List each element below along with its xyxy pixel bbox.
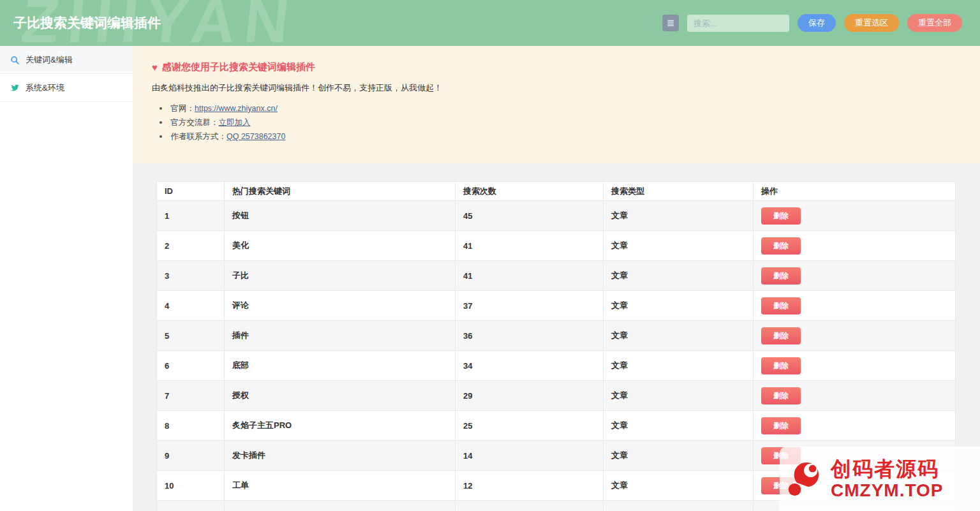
notice-item-label: 作者联系方式： — [170, 132, 226, 141]
cell-type: 文章 — [604, 321, 754, 351]
cell-type: 文章 — [604, 291, 754, 321]
watermark-overlay: 创码者源码 CMZYM.TOP — [780, 447, 980, 511]
delete-button[interactable]: 删除 — [761, 327, 801, 344]
sidebar-item-label: 关键词&编辑 — [26, 54, 73, 66]
cell-type: 文章 — [604, 351, 754, 381]
official-site-link[interactable]: https://www.zhiyanx.cn/ — [195, 104, 278, 113]
cell-keyword: 评论 — [225, 291, 456, 321]
watermark-text: 创码者源码 CMZYM.TOP — [831, 457, 943, 501]
heart-icon: ♥ — [152, 62, 158, 73]
notice-panel: ♥ 感谢您使用子比搜索关键词编辑插件 由炙焰科技推出的子比搜索关键词编辑插件！创… — [133, 46, 980, 163]
cell-count: 12 — [456, 471, 604, 501]
delete-button[interactable]: 删除 — [761, 207, 801, 225]
delete-button[interactable]: 删除 — [761, 357, 801, 374]
cell-actions: 删除 — [754, 291, 956, 321]
cell-count: 34 — [456, 351, 604, 381]
delete-button[interactable]: 删除 — [761, 417, 801, 434]
cell-count: 37 — [456, 291, 604, 321]
table-row: 4评论37文章删除 — [157, 291, 956, 321]
cell-empty — [225, 501, 456, 511]
cell-keyword: 底部 — [225, 351, 456, 381]
cell-id: 1 — [157, 201, 225, 231]
notice-item-label: 官网： — [170, 104, 195, 113]
cell-type: 文章 — [604, 441, 754, 471]
cell-count: 41 — [456, 231, 604, 261]
cell-type: 文章 — [604, 471, 754, 501]
cell-keyword: 炙焰子主五PRO — [225, 411, 456, 441]
cell-keyword: 插件 — [225, 321, 456, 351]
cell-count: 14 — [456, 441, 604, 471]
column-header-type: 搜索类型 — [604, 182, 754, 201]
table-header: ID 热门搜索关键词 搜索次数 搜索类型 操作 — [157, 182, 956, 201]
cell-type: 文章 — [604, 231, 754, 261]
cell-actions: 删除 — [754, 261, 956, 291]
watermark-logo-icon — [786, 461, 823, 498]
table-row: 3子比41文章删除 — [157, 261, 956, 291]
sidebar-item-system-env[interactable]: 系统&环境 — [0, 74, 133, 102]
list-item-official-site: 官网：https://www.zhiyanx.cn/ — [152, 101, 961, 115]
cell-id: 8 — [157, 411, 225, 441]
table-row: 6底部34文章删除 — [157, 351, 956, 381]
notice-description: 由炙焰科技推出的子比搜索关键词编辑插件！创作不易，支持正版，从我做起！ — [152, 82, 961, 94]
delete-button[interactable]: 删除 — [761, 267, 801, 285]
cell-empty — [456, 501, 604, 511]
cell-count: 41 — [456, 261, 604, 291]
cell-keyword: 子比 — [225, 261, 456, 291]
sidebar-item-keywords-edit[interactable]: 关键词&编辑 — [0, 46, 133, 74]
cell-keyword: 授权 — [225, 381, 456, 411]
app-header: ZHIYAN 子比搜索关键词编辑插件 ≣ 保存 重置选区 重置全部 — [0, 0, 980, 46]
cell-count: 29 — [456, 381, 604, 411]
search-input[interactable] — [687, 15, 789, 32]
table-row: 1按钮45文章删除 — [157, 201, 956, 231]
main-content: ♥ 感谢您使用子比搜索关键词编辑插件 由炙焰科技推出的子比搜索关键词编辑插件！创… — [133, 46, 980, 511]
notice-title: 感谢您使用子比搜索关键词编辑插件 — [162, 61, 315, 73]
cell-type: 文章 — [604, 261, 754, 291]
page-title: 子比搜索关键词编辑插件 — [13, 14, 161, 32]
join-group-link[interactable]: 立即加入 — [218, 118, 250, 127]
cell-id: 3 — [157, 261, 225, 291]
cell-actions: 删除 — [754, 411, 956, 441]
notice-list: 官网：https://www.zhiyanx.cn/ 官方交流群：立即加入 作者… — [152, 101, 961, 144]
table-row: 5插件36文章删除 — [157, 321, 956, 351]
cell-empty — [157, 501, 225, 511]
cell-id: 9 — [157, 441, 225, 471]
cell-id: 2 — [157, 231, 225, 261]
column-header-id: ID — [157, 182, 225, 201]
notice-title-row: ♥ 感谢您使用子比搜索关键词编辑插件 — [152, 61, 961, 73]
cell-keyword: 发卡插件 — [225, 441, 456, 471]
cell-id: 5 — [157, 321, 225, 351]
table-row: 7授权29文章删除 — [157, 381, 956, 411]
cell-empty — [604, 501, 754, 511]
column-header-keyword: 热门搜索关键词 — [225, 182, 456, 201]
cell-type: 文章 — [604, 381, 754, 411]
cell-id: 7 — [157, 381, 225, 411]
cell-type: 文章 — [604, 411, 754, 441]
cell-count: 45 — [456, 201, 604, 231]
cell-id: 10 — [157, 471, 225, 501]
save-button[interactable]: 保存 — [798, 14, 836, 32]
sidebar-item-label: 系统&环境 — [26, 82, 64, 94]
reset-all-button[interactable]: 重置全部 — [907, 14, 962, 32]
cell-type: 文章 — [604, 201, 754, 231]
reset-selection-button[interactable]: 重置选区 — [844, 14, 899, 32]
cell-keyword: 美化 — [225, 231, 456, 261]
delete-button[interactable]: 删除 — [761, 387, 801, 404]
cell-keyword: 工单 — [225, 471, 456, 501]
cell-count: 25 — [456, 411, 604, 441]
author-qq-link[interactable]: QQ 2573862370 — [226, 132, 285, 141]
bird-icon — [10, 84, 20, 93]
cell-actions: 删除 — [754, 321, 956, 351]
notice-item-label: 官方交流群： — [170, 118, 218, 127]
cell-id: 4 — [157, 291, 225, 321]
column-header-count: 搜索次数 — [456, 182, 604, 201]
table-row: 8炙焰子主五PRO25文章删除 — [157, 411, 956, 441]
watermark-domain: CMZYM.TOP — [831, 480, 943, 501]
list-icon: ≣ — [667, 17, 675, 28]
cell-actions: 删除 — [754, 351, 956, 381]
cell-count: 36 — [456, 321, 604, 351]
delete-button[interactable]: 删除 — [761, 297, 801, 315]
column-header-actions: 操作 — [754, 182, 956, 201]
list-menu-button[interactable]: ≣ — [662, 15, 679, 31]
delete-button[interactable]: 删除 — [761, 237, 801, 255]
sidebar: 关键词&编辑 系统&环境 — [0, 46, 133, 511]
